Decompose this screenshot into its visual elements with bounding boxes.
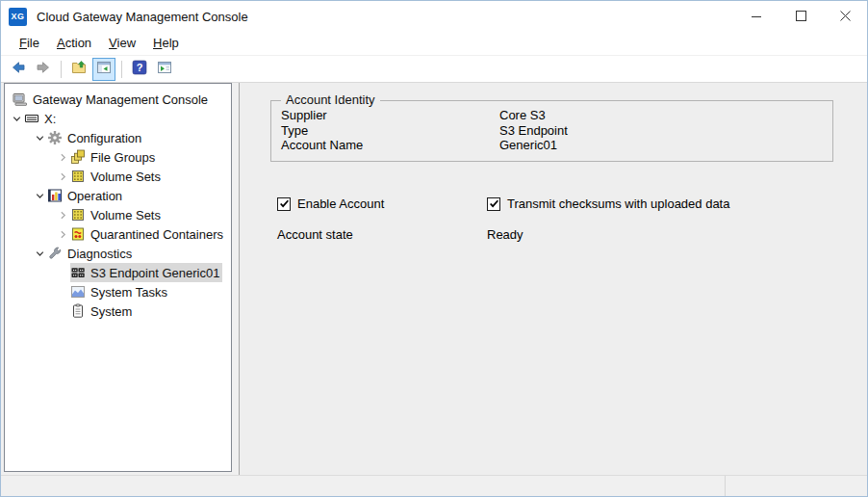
menu-bar: File Action View Help — [1, 32, 867, 56]
up-one-level-button[interactable] — [67, 58, 90, 81]
help-button[interactable]: ? — [128, 58, 151, 81]
toolbar-separator — [121, 61, 122, 78]
tree-item-label: System — [90, 304, 132, 319]
tree-item-configuration[interactable]: Configuration — [5, 128, 231, 147]
app-icon-text: XG — [11, 12, 24, 21]
chevron-placeholder — [55, 284, 70, 300]
help-icon: ? — [132, 60, 147, 79]
toolbar: ? — [1, 56, 867, 83]
console-root-icon — [13, 92, 28, 107]
enable-account-label: Enable Account — [297, 196, 384, 211]
drive-icon — [24, 111, 39, 126]
chevron-right-icon[interactable] — [55, 207, 70, 222]
account-state-row: Account state Ready — [277, 227, 867, 242]
status-bar-left-section — [1, 476, 726, 496]
show-hide-console-tree-button[interactable] — [92, 58, 115, 81]
gear-icon — [47, 130, 63, 145]
identity-value: Core S3 — [499, 108, 832, 123]
tree-item-label: Diagnostics — [67, 247, 132, 261]
wrench-icon — [47, 246, 63, 261]
window-title: Cloud Gateway Management Console — [37, 10, 248, 24]
bar-chart-icon — [47, 188, 63, 203]
identity-row-account-name: Account Name Generic01 — [281, 138, 832, 153]
show-window-button[interactable] — [153, 58, 176, 81]
transmit-checksums-checkbox[interactable] — [487, 197, 500, 211]
account-identity-group: Account Identity Supplier Core S3 Type S… — [270, 100, 833, 162]
tree-item-label: Volume Sets — [90, 170, 161, 184]
minimize-icon — [752, 8, 761, 25]
identity-label: Account Name — [281, 138, 499, 153]
close-icon — [840, 8, 851, 25]
forward-button[interactable] — [32, 58, 55, 81]
tree-item-label: System Tasks — [90, 285, 167, 300]
tree-item-diagnostics[interactable]: Diagnostics — [5, 244, 231, 263]
tree-item-label: Configuration — [67, 131, 141, 145]
close-button[interactable] — [823, 1, 867, 32]
enable-account-checkbox[interactable] — [277, 197, 291, 211]
identity-label: Supplier — [281, 108, 499, 123]
menu-action[interactable]: Action — [48, 32, 100, 55]
status-bar — [1, 475, 867, 496]
main-area: Gateway Management Console X: — [1, 83, 867, 475]
chevron-right-icon[interactable] — [55, 169, 70, 184]
minimize-button[interactable] — [734, 1, 779, 32]
tree-item-label: X: — [44, 112, 56, 126]
chevron-down-icon[interactable] — [9, 111, 24, 126]
folder-up-icon — [71, 60, 87, 79]
area-chart-icon — [70, 284, 86, 300]
tree-item-label: Quarantined Containers — [90, 227, 223, 242]
run-window-icon — [157, 60, 172, 79]
tree-item-quarantined-containers[interactable]: Quarantined Containers — [5, 224, 231, 244]
identity-row-supplier: Supplier Core S3 — [281, 108, 832, 123]
tree-item-system[interactable]: System — [5, 301, 231, 321]
tree-item-volume-sets-operation[interactable]: Volume Sets — [5, 205, 231, 224]
status-bar-right-section — [726, 476, 867, 496]
tree-item-label: Operation — [67, 189, 122, 203]
identity-value: Generic01 — [499, 138, 832, 153]
pane-splitter[interactable] — [232, 83, 239, 475]
checkbox-row: Enable Account Transmit checksums with u… — [277, 196, 867, 211]
back-arrow-icon — [11, 60, 26, 79]
transmit-checksums-label: Transmit checksums with uploaded data — [507, 196, 729, 211]
details-pane: Account Identity Supplier Core S3 Type S… — [239, 83, 867, 475]
tree-item-label: Volume Sets — [90, 208, 161, 222]
document-icon — [70, 303, 86, 319]
tree-item-system-tasks[interactable]: System Tasks — [5, 282, 231, 301]
menu-help[interactable]: Help — [144, 32, 188, 55]
chevron-right-icon[interactable] — [55, 149, 70, 165]
app-icon: XG — [9, 8, 27, 26]
menu-view[interactable]: View — [100, 32, 144, 55]
tree-item-gateway-management-console[interactable]: Gateway Management Console — [5, 90, 231, 109]
tree-item-file-groups[interactable]: File Groups — [5, 147, 231, 167]
identity-row-type: Type S3 Endpoint — [281, 123, 832, 139]
chevron-down-icon[interactable] — [32, 130, 47, 145]
maximize-button[interactable] — [779, 1, 823, 32]
chevron-down-icon[interactable] — [32, 246, 47, 261]
account-state-label: Account state — [277, 227, 487, 242]
group-title: Account Identity — [281, 93, 380, 107]
toolbar-separator — [61, 61, 62, 78]
enable-account-checkbox-group[interactable]: Enable Account — [277, 196, 487, 211]
endpoint-grid-icon — [70, 265, 86, 280]
svg-text:?: ? — [137, 62, 143, 73]
transmit-checksums-checkbox-group[interactable]: Transmit checksums with uploaded data — [487, 196, 729, 211]
tree-item-s3-endpoint-generic01[interactable]: S3 Endpoint Generic01 — [5, 263, 231, 282]
checkmark-icon — [279, 198, 290, 209]
back-button[interactable] — [7, 58, 30, 81]
app-window: XG Cloud Gateway Management Console Fi — [0, 0, 868, 497]
window-controls — [734, 1, 867, 32]
account-state-value: Ready — [487, 227, 867, 242]
identity-value: S3 Endpoint — [499, 123, 832, 139]
title-bar: XG Cloud Gateway Management Console — [1, 1, 867, 32]
checkmark-icon — [489, 198, 499, 209]
chevron-right-icon[interactable] — [55, 226, 70, 242]
chevron-down-icon[interactable] — [32, 188, 47, 203]
tree-item-label: S3 Endpoint Generic01 — [90, 266, 219, 280]
tree-item-operation[interactable]: Operation — [5, 186, 231, 205]
menu-file[interactable]: File — [11, 32, 48, 55]
tree-item-x-drive[interactable]: X: — [5, 109, 231, 128]
console-tree-pane: Gateway Management Console X: — [4, 83, 232, 472]
chevron-placeholder — [55, 265, 70, 280]
tree-item-volume-sets-config[interactable]: Volume Sets — [5, 167, 231, 186]
chevron-placeholder — [55, 303, 70, 319]
